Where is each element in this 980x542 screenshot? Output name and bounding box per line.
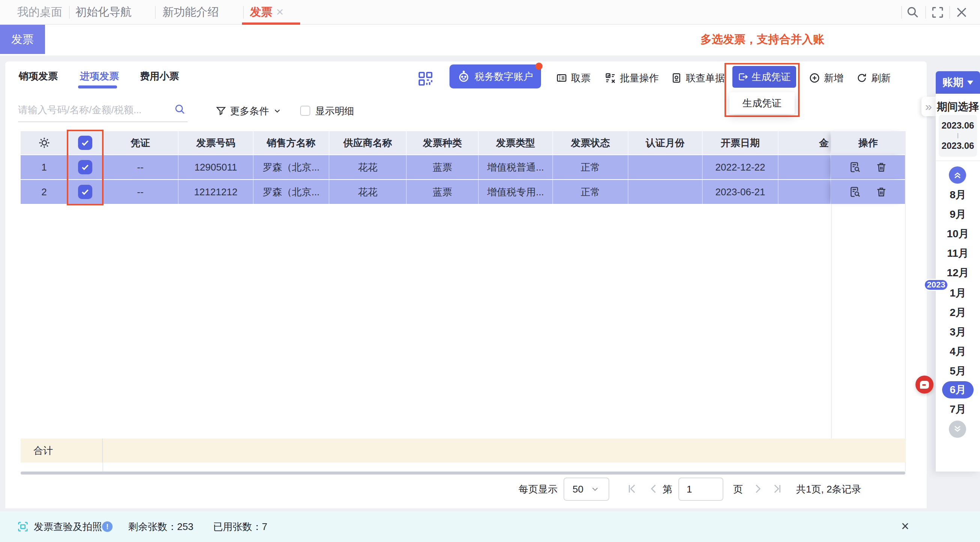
month-item[interactable]: 1月: [936, 285, 980, 301]
active-content-tab-underline: [78, 86, 117, 89]
month-item[interactable]: 11月: [936, 246, 980, 261]
show-detail-checkbox[interactable]: [300, 106, 310, 116]
view-detail-icon[interactable]: [849, 186, 861, 198]
row-select-cell[interactable]: [68, 180, 103, 204]
close-icon[interactable]: [955, 5, 969, 19]
batch-icon: [605, 72, 616, 84]
generate-voucher-label: 生成凭证: [752, 70, 791, 84]
col-invoice-status: 发票状态: [553, 131, 628, 154]
cell-voucher: --: [103, 155, 178, 179]
window-tab-new-features[interactable]: 新功能介绍: [162, 0, 219, 24]
link-check-button[interactable]: 联查单据: [671, 71, 725, 85]
table-row[interactable]: 2 -- 12121212 罗森（北京... 花花 蓝票 增值税专用... 正常…: [21, 180, 905, 204]
cell-invoice-kind: 蓝票: [407, 180, 479, 204]
cell-invoice-date: 2023-06-21: [703, 180, 778, 204]
row-checkbox[interactable]: [78, 160, 92, 174]
month-item[interactable]: 9月: [936, 207, 980, 222]
batch-operations-button[interactable]: 批量操作: [605, 71, 659, 85]
window-tab-invoice[interactable]: 发票: [250, 0, 272, 24]
month-item[interactable]: 10月: [936, 227, 980, 241]
month-item-selected[interactable]: 6月: [942, 381, 974, 398]
generate-voucher-button[interactable]: 生成凭证: [732, 66, 796, 88]
month-item[interactable]: 3月: [936, 325, 980, 339]
per-page-select[interactable]: 50: [563, 477, 609, 501]
first-page-icon[interactable]: [626, 483, 638, 495]
robot-icon: [457, 70, 470, 83]
period-from: 2023.06: [942, 120, 974, 131]
month-item[interactable]: 7月: [936, 402, 980, 417]
select-all-cell[interactable]: [68, 131, 103, 154]
month-item[interactable]: 4月: [936, 344, 980, 359]
horizontal-scrollbar[interactable]: [21, 472, 905, 474]
tab-expense-receipt[interactable]: 费用小票: [140, 68, 179, 85]
page-tab-invoice[interactable]: 发票: [0, 25, 45, 54]
panel-expand-handle[interactable]: »: [921, 97, 936, 116]
add-label: 新增: [824, 71, 843, 85]
search-icon[interactable]: [906, 5, 920, 19]
cell-actions: [831, 180, 905, 204]
window-tab-my-desktop[interactable]: 我的桌面: [17, 0, 62, 24]
chat-support-button[interactable]: [915, 376, 934, 393]
table-header: 凭证 发票号码 销售方名称 供应商名称 发票种类 发票类型 发票状态 认证月份 …: [21, 131, 905, 154]
add-button[interactable]: 新增: [809, 71, 843, 85]
select-all-checkbox[interactable]: [78, 136, 92, 150]
get-invoice-button[interactable]: 取票: [556, 71, 590, 85]
last-page-icon[interactable]: [772, 483, 783, 495]
batch-operations-label: 批量操作: [620, 71, 659, 85]
info-icon[interactable]: !: [102, 521, 113, 532]
footer-bar: 发票查验及拍照 ! 剩余张数： 253 已用张数： 7 ×: [0, 511, 980, 542]
col-supplier: 供应商名称: [329, 131, 407, 154]
search-icon[interactable]: [174, 103, 186, 116]
col-seller: 销售方名称: [254, 131, 329, 154]
delete-icon[interactable]: [875, 186, 887, 198]
period-to: 2023.06: [942, 141, 974, 151]
tab-input-invoice[interactable]: 进项发票: [80, 68, 119, 85]
row-select-cell[interactable]: [68, 155, 103, 179]
window-tab-bar: 我的桌面 初始化导航 新功能介绍 发票 ×: [0, 0, 980, 25]
tab-sales-invoice[interactable]: 销项发票: [19, 68, 58, 85]
col-invoice-kind: 发票种类: [407, 131, 479, 154]
total-label: 合计: [21, 439, 103, 463]
check-icon: [80, 162, 90, 172]
view-detail-icon[interactable]: [849, 161, 861, 173]
cell-seller: 罗森（北京...: [254, 180, 329, 204]
generate-voucher-menu-item[interactable]: 生成凭证: [729, 92, 795, 114]
cell-invoice-kind: 蓝票: [407, 155, 479, 179]
next-page-icon[interactable]: [752, 483, 764, 495]
column-settings-cell[interactable]: [21, 131, 68, 154]
cell-invoice-no: 12121212: [178, 180, 254, 204]
tab-close-icon[interactable]: ×: [276, 0, 284, 24]
table-row[interactable]: 1 -- 12905011 罗森（北京... 花花 蓝票 增值税普通... 正常…: [21, 155, 905, 179]
row-checkbox[interactable]: [78, 185, 92, 199]
month-item[interactable]: 12月: [936, 265, 980, 281]
check-icon: [80, 187, 90, 197]
refresh-label: 刷新: [871, 71, 891, 85]
window-tab-init-nav[interactable]: 初始化导航: [75, 0, 132, 24]
scroll-down-button[interactable]: [949, 420, 966, 438]
tab-separator: [155, 6, 156, 19]
tax-digital-account-button[interactable]: 税务数字账户: [449, 65, 541, 89]
more-conditions-button[interactable]: 更多条件: [216, 103, 282, 119]
refresh-button[interactable]: 刷新: [856, 71, 891, 85]
col-invoice-date: 开票日期: [703, 131, 778, 154]
invoice-check-label[interactable]: 发票查验及拍照: [34, 511, 102, 542]
period-range[interactable]: 2023.06 2023.06: [939, 115, 977, 157]
remaining-label: 剩余张数：: [128, 520, 177, 533]
search-input[interactable]: [18, 100, 171, 120]
fullscreen-icon[interactable]: [931, 5, 945, 19]
delete-icon[interactable]: [875, 161, 887, 173]
account-period-button[interactable]: 账期: [936, 71, 980, 94]
tax-digital-account-label: 税务数字账户: [475, 70, 533, 83]
month-item[interactable]: 5月: [936, 364, 980, 379]
footer-close-icon[interactable]: ×: [901, 511, 909, 542]
month-item[interactable]: 8月: [936, 187, 980, 203]
tab-separator: [949, 6, 950, 19]
scroll-up-button[interactable]: [949, 166, 966, 184]
page-number-input[interactable]: [678, 477, 723, 501]
table-right-border: [905, 131, 906, 472]
period-panel: 期间选择 2023.06 2023.06 8月 9月 10月 11月 12月 2…: [936, 94, 980, 472]
prev-page-icon[interactable]: [648, 483, 660, 495]
qr-code-icon[interactable]: [417, 70, 434, 87]
cell-actions: [831, 155, 905, 179]
month-item[interactable]: 2月: [936, 305, 980, 320]
